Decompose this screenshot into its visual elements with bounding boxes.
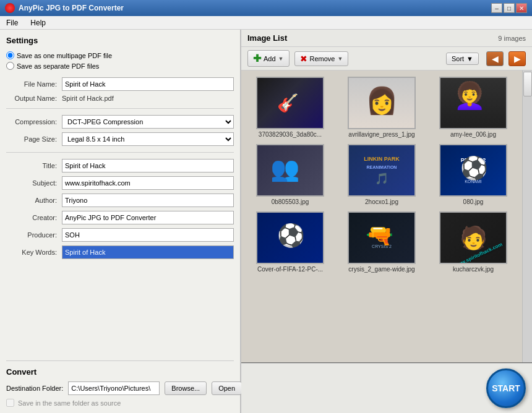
image-thumb-8: 🔫 CRYSIS 2: [348, 211, 416, 264]
next-button[interactable]: ▶: [508, 51, 526, 66]
close-button[interactable]: ✕: [516, 3, 527, 13]
save-mode-group: Save as one multipage PDF file: [6, 51, 234, 59]
settings-title: Settings: [6, 36, 234, 45]
image-name-5: 2hocxo1.jpg: [365, 198, 398, 205]
image-count: 9 images: [498, 35, 526, 42]
convert-title: Convert: [6, 367, 234, 377]
image-thumb-1: [256, 77, 324, 129]
list-item[interactable]: FIFA 12 ⚽ Cover-of-FIFA-12-PC-...: [247, 211, 333, 273]
file-name-input[interactable]: [62, 77, 234, 91]
maximize-button[interactable]: □: [504, 3, 515, 13]
image-name-2: avrillavigne_press_1.jpg: [348, 131, 414, 138]
convert-section-left: Convert Destination Folder: Browse... Op…: [6, 354, 234, 407]
title-label: Title:: [6, 162, 62, 169]
app-icon: [5, 3, 15, 13]
radio-multipage-input[interactable]: [6, 51, 14, 59]
open-button[interactable]: Open: [212, 381, 242, 395]
right-panel: Image List 9 images ✚ Add ▼ ✖ Remove ▼ S…: [241, 30, 532, 413]
file-name-label: File Name:: [6, 80, 62, 88]
start-button[interactable]: START: [486, 368, 526, 408]
image-thumb-5: LINKIN PARKREANIMATION 🎵: [348, 144, 416, 197]
compression-select[interactable]: DCT-JPEG Compression: [62, 115, 234, 129]
toolbar: ✚ Add ▼ ✖ Remove ▼ Sort ▼ ◀ ▶: [241, 47, 532, 70]
sort-dropdown-arrow: ▼: [466, 55, 473, 62]
browse-button[interactable]: Browse...: [165, 381, 207, 395]
list-item[interactable]: 🔫 CRYSIS 2 crysis_2_game-wide.jpg: [339, 211, 424, 273]
subject-row: Subject:: [6, 176, 234, 190]
list-item[interactable]: 🧑 www.spiritofhack.com kucharczvk.jpg: [431, 211, 516, 273]
add-label: Add: [264, 55, 276, 62]
radio-separate-input[interactable]: [6, 62, 14, 70]
minimize-button[interactable]: –: [491, 3, 502, 13]
image-name-9: kucharczvk.jpg: [453, 266, 494, 273]
creator-input[interactable]: [62, 211, 234, 224]
image-grid-wrapper: 3703829036_3da80c... avrillavigne_press_…: [241, 70, 532, 362]
page-size-select[interactable]: Legal 8.5 x 14 inch: [62, 132, 234, 146]
list-item[interactable]: avrillavigne_press_1.jpg: [339, 77, 424, 138]
prev-button[interactable]: ◀: [486, 51, 504, 66]
compression-row: Compression: DCT-JPEG Compression: [6, 115, 234, 129]
scrollbar[interactable]: [522, 70, 532, 362]
image-name-4: 0b805503.jpg: [272, 198, 309, 205]
remove-icon: ✖: [300, 54, 307, 64]
radio-multipage[interactable]: Save as one multipage PDF file: [6, 51, 112, 59]
author-row: Author:: [6, 194, 234, 207]
menu-help[interactable]: Help: [27, 17, 49, 28]
remove-dropdown-arrow: ▼: [337, 56, 343, 62]
creator-label: Creator:: [6, 214, 62, 221]
title-bar: AnyPic JPG to PDF Converter – □ ✕: [0, 0, 532, 16]
output-name-row: Output Name: Spirit of Hack.pdf: [6, 95, 234, 102]
title-input[interactable]: [62, 159, 234, 172]
keywords-row: Key Words:: [6, 245, 234, 259]
sort-button[interactable]: Sort ▼: [446, 53, 479, 65]
subject-input[interactable]: [62, 176, 234, 190]
dest-label: Destination Folder:: [6, 385, 63, 392]
image-thumb-2: [348, 77, 416, 129]
menu-file[interactable]: File: [2, 17, 22, 28]
image-thumb-3: [439, 77, 507, 129]
image-grid: 3703829036_3da80c... avrillavigne_press_…: [241, 70, 522, 362]
page-size-label: Page Size:: [6, 135, 62, 143]
output-name-value: Spirit of Hack.pdf: [62, 95, 114, 102]
image-name-7: Cover-of-FIFA-12-PC-...: [257, 266, 323, 273]
same-folder-checkbox[interactable]: [6, 399, 14, 407]
image-thumb-6: PES 2012 ⚽ KONAMI: [439, 144, 507, 197]
add-dropdown-arrow: ▼: [278, 56, 284, 62]
image-thumb-4: [256, 144, 324, 197]
same-folder-label: Save in the same folder as source: [18, 399, 121, 407]
producer-input[interactable]: [62, 228, 234, 242]
list-item[interactable]: amy-lee_006.jpg: [431, 77, 516, 138]
add-icon: ✚: [253, 53, 261, 64]
image-name-1: 3703829036_3da80c...: [259, 131, 322, 138]
author-label: Author:: [6, 197, 62, 204]
list-item[interactable]: LINKIN PARKREANIMATION 🎵 2hocxo1.jpg: [339, 144, 424, 205]
sort-label: Sort: [452, 55, 464, 62]
producer-label: Producer:: [6, 231, 62, 239]
same-folder-row: Save in the same folder as source: [6, 399, 234, 407]
list-item[interactable]: 3703829036_3da80c...: [247, 77, 333, 138]
image-thumb-7: FIFA 12 ⚽: [256, 211, 324, 264]
list-item[interactable]: PES 2012 ⚽ KONAMI 080.jpg: [431, 144, 516, 205]
list-item[interactable]: 0b805503.jpg: [247, 144, 333, 205]
image-thumb-9: 🧑 www.spiritofhack.com: [439, 211, 507, 264]
keywords-input[interactable]: [62, 245, 234, 259]
add-button[interactable]: ✚ Add ▼: [247, 50, 290, 67]
dest-row: Destination Folder: Browse... Open: [6, 381, 234, 395]
settings-section: Settings Save as one multipage PDF file …: [6, 36, 234, 354]
image-name-8: crysis_2_game-wide.jpg: [348, 266, 414, 273]
radio-separate[interactable]: Save as separate PDF files: [6, 62, 99, 70]
convert-bottom-bar: START: [241, 362, 532, 413]
producer-row: Producer:: [6, 228, 234, 242]
window-controls: – □ ✕: [491, 3, 527, 13]
menu-bar: File Help: [0, 16, 532, 30]
title-row: Title:: [6, 159, 234, 172]
left-panel: Settings Save as one multipage PDF file …: [0, 30, 241, 413]
image-name-3: amy-lee_006.jpg: [450, 131, 496, 138]
image-name-6: 080.jpg: [463, 198, 484, 205]
dest-input[interactable]: [68, 381, 160, 395]
author-input[interactable]: [62, 194, 234, 207]
remove-button[interactable]: ✖ Remove ▼: [294, 51, 349, 66]
window-title: AnyPic JPG to PDF Converter: [19, 4, 124, 12]
creator-row: Creator:: [6, 211, 234, 224]
subject-label: Subject:: [6, 179, 62, 187]
